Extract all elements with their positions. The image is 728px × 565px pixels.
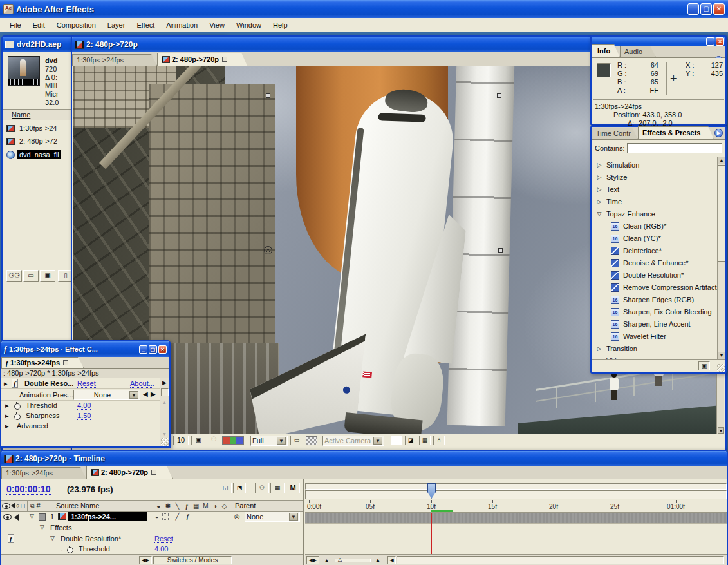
tab-timeline-comp1[interactable]: 1:30fps->24fps bbox=[1, 467, 86, 479]
scroll-up-icon[interactable]: ▲ bbox=[718, 157, 725, 164]
grid-guides-icon[interactable]: ▦ bbox=[419, 436, 431, 445]
tab-effects-presets[interactable]: Effects & Presets bbox=[638, 126, 714, 139]
menu-layer[interactable]: Layer bbox=[102, 19, 131, 31]
navigator-bar[interactable] bbox=[305, 490, 727, 499]
reset-link[interactable]: Reset bbox=[77, 379, 96, 388]
twirl-right-icon[interactable]: ▷ bbox=[595, 198, 603, 205]
new-preset-icon[interactable]: ▣ bbox=[698, 361, 710, 370]
effects-category[interactable]: ▷Time bbox=[595, 196, 622, 207]
effects-category[interactable]: ▷Text bbox=[595, 184, 619, 195]
tab-info[interactable]: Info bbox=[592, 44, 620, 57]
maximize-button[interactable]: ▢ bbox=[149, 345, 157, 354]
twirl-down-icon[interactable]: ▽ bbox=[50, 535, 55, 541]
effect-controls-titlebar[interactable]: f 1:30fps->24fps · Effect C... _ ▢ ✕ bbox=[1, 341, 169, 357]
project-item-comp1[interactable]: 1:30fps->24 bbox=[6, 124, 57, 132]
timeline-titlebar[interactable]: 2: 480p->720p · Timeline bbox=[1, 451, 727, 466]
collapse-switch[interactable] bbox=[162, 513, 169, 520]
find-button[interactable]: ⚆⚆ bbox=[6, 270, 22, 282]
menu-edit[interactable]: Edit bbox=[27, 19, 51, 31]
scroll-down-icon[interactable]: ▼ bbox=[718, 427, 724, 434]
effect-item[interactable]: 16Sharpen, Fix Color Bleeding bbox=[611, 306, 712, 318]
frame-blending-icon[interactable]: ▦ bbox=[270, 483, 285, 493]
minimize-button[interactable]: _ bbox=[706, 37, 714, 46]
green-channel-icon[interactable] bbox=[230, 437, 237, 444]
channel-buttons[interactable] bbox=[222, 436, 244, 445]
effect-item[interactable]: 16Sharpen Edges (RGB) bbox=[611, 294, 694, 305]
panel-menu-icon[interactable]: ▶ bbox=[162, 379, 167, 386]
comp-layer-toggle-icon[interactable] bbox=[161, 388, 169, 396]
tab-timeline-comp2-active[interactable]: 2: 480p->720p bbox=[86, 466, 173, 479]
twirl-right-icon[interactable]: ▷ bbox=[595, 345, 603, 352]
show-snapshot-icon[interactable]: ⚇ bbox=[208, 436, 219, 445]
effects-category[interactable]: ▷Simulation bbox=[595, 159, 639, 171]
time-ruler[interactable]: 0:00f 05f 10f 15f 20f 25f 01:00f bbox=[305, 499, 727, 513]
preset-item[interactable]: Remove Compression Artifacts bbox=[611, 282, 717, 293]
effect-item[interactable]: 16Sharpen, Line Accent bbox=[611, 318, 691, 330]
effects-vscrollbar[interactable]: ▲ ▼ bbox=[717, 157, 725, 359]
parent-header[interactable]: Parent bbox=[232, 501, 304, 511]
maximize-button[interactable]: ▢ bbox=[700, 3, 712, 15]
twirl-right-icon[interactable]: ▸ bbox=[4, 379, 8, 388]
effects-category-expanded[interactable]: ▽Topaz Enhance bbox=[595, 208, 655, 220]
tab-effect-controls[interactable]: f 1:30fps->24fps bbox=[1, 357, 84, 368]
effect-switch[interactable]: f bbox=[183, 513, 192, 520]
param-value[interactable]: 4.00 bbox=[154, 545, 168, 553]
twirl-right-icon[interactable]: ▷ bbox=[595, 162, 603, 168]
minimize-button[interactable]: _ bbox=[687, 3, 699, 15]
layer-number-header[interactable]: ⧉# bbox=[27, 501, 53, 511]
twirl-right-icon[interactable]: ▸ bbox=[5, 401, 9, 410]
effect-enable-icon[interactable]: f bbox=[12, 379, 18, 388]
layer-name-selected[interactable]: 1:30fps->24... bbox=[68, 512, 147, 521]
switches-header[interactable]: ◒ ✱ ╲ f ▦ M ◑ ◇ bbox=[151, 501, 232, 511]
shy-switch[interactable]: ◒ bbox=[152, 513, 162, 520]
pickwhip-icon[interactable]: ◎ bbox=[234, 513, 240, 520]
tab-close-icon[interactable] bbox=[222, 57, 227, 62]
reset-link[interactable]: Reset bbox=[154, 535, 173, 543]
minimize-button[interactable]: _ bbox=[139, 345, 147, 354]
source-name-header[interactable]: Source Name bbox=[53, 501, 151, 511]
palette-menu-icon[interactable]: ▶ bbox=[714, 129, 723, 137]
zoom-in-mountain-icon[interactable]: ▲ bbox=[375, 557, 381, 564]
quality-switch[interactable]: ╱ bbox=[173, 513, 182, 520]
param-value[interactable]: 4.00 bbox=[77, 401, 91, 410]
eye-icon[interactable] bbox=[3, 514, 12, 520]
effect-item[interactable]: 16Clean (RGB)* bbox=[611, 220, 666, 232]
pixel-aspect-correction-icon[interactable]: ◪ bbox=[405, 436, 416, 445]
animation-preset-popup[interactable]: None▼ bbox=[73, 390, 140, 400]
layer-anchor-point[interactable] bbox=[264, 246, 272, 254]
speaker-icon[interactable] bbox=[14, 514, 19, 521]
param-value[interactable]: 1.50 bbox=[77, 412, 91, 420]
flowchart-view-icon[interactable]: ⬔ bbox=[233, 483, 246, 493]
work-area-bar[interactable] bbox=[305, 483, 727, 490]
expand-columns-icon[interactable]: ◀▶ bbox=[139, 556, 152, 564]
preset-item[interactable]: Denoise & Enhance* bbox=[611, 257, 689, 269]
switches-modes-toggle[interactable]: Switches / Modes bbox=[153, 556, 232, 564]
resize-grip[interactable] bbox=[717, 364, 725, 372]
menu-help[interactable]: Help bbox=[267, 19, 294, 31]
effects-category[interactable]: ▷Stylize bbox=[595, 171, 627, 183]
effects-category[interactable]: ▷Transition bbox=[595, 343, 637, 354]
tab-comp1[interactable]: 1:30fps->24fps bbox=[72, 54, 157, 66]
hide-shy-layers-icon[interactable]: ⚇ bbox=[255, 483, 269, 493]
menu-window[interactable]: Window bbox=[230, 19, 267, 31]
about-link[interactable]: About... bbox=[130, 379, 154, 388]
twirl-down-icon[interactable]: ▽ bbox=[40, 524, 44, 530]
menu-effect[interactable]: Effect bbox=[131, 19, 160, 31]
new-folder-button[interactable]: ▭ bbox=[23, 270, 39, 282]
effects-group-row[interactable]: ▽ Effects bbox=[1, 522, 303, 533]
close-button[interactable]: ✕ bbox=[713, 3, 725, 15]
effect-item[interactable]: 16Wavelet Filter bbox=[611, 330, 666, 342]
effects-presets-palette[interactable]: Time Contr Effects & Presets ▶ Contains:… bbox=[590, 126, 727, 374]
twirl-down-icon[interactable]: ▽ bbox=[30, 513, 34, 519]
tab-close-icon[interactable] bbox=[151, 470, 156, 475]
contains-input[interactable] bbox=[627, 143, 722, 153]
parent-popup[interactable]: None▼ bbox=[245, 512, 300, 522]
resolution-popup[interactable]: Full▼ bbox=[250, 436, 288, 446]
advanced-row[interactable]: ▸ Advanced bbox=[1, 421, 160, 432]
effects-category[interactable]: ▷Video bbox=[595, 355, 624, 359]
scroll-down-icon[interactable]: ▼ bbox=[718, 352, 725, 359]
new-composition-button[interactable]: ▣ bbox=[40, 270, 55, 282]
twirl-right-icon[interactable]: ▷ bbox=[595, 174, 603, 180]
layer-duration-bar[interactable] bbox=[305, 513, 727, 524]
info-palette-titlebar[interactable]: _ ✕ bbox=[592, 37, 725, 46]
